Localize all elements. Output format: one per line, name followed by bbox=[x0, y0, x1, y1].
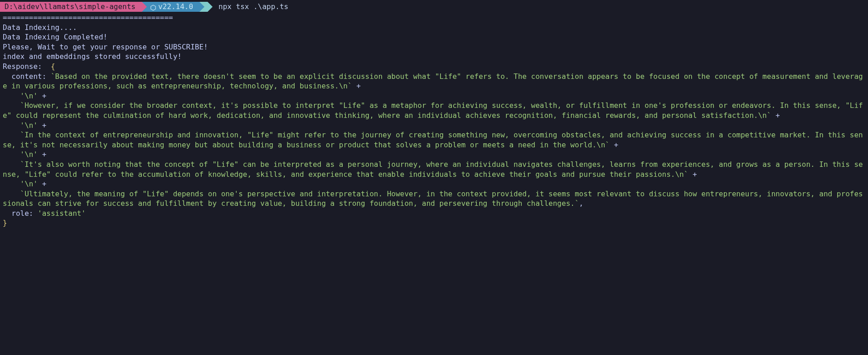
newline-literal: '\n' bbox=[3, 92, 38, 100]
prompt-node-segment: v22.14.0 bbox=[142, 2, 199, 12]
hexagon-icon bbox=[150, 4, 156, 10]
comma: , bbox=[579, 199, 584, 208]
plus-op: + bbox=[771, 111, 780, 120]
prompt-node-version: v22.14.0 bbox=[158, 2, 193, 12]
output-line: Please, Wait to get your response or SUB… bbox=[3, 43, 208, 51]
plus-op: + bbox=[610, 141, 618, 149]
output-line: index and embeddings stored successfully… bbox=[3, 52, 182, 61]
terminal-prompt[interactable]: D:\aidev\llamats\simple-agents v22.14.0 … bbox=[0, 2, 868, 12]
content-segment: `It's also worth noting that the concept… bbox=[3, 160, 863, 179]
newline-literal: '\n' bbox=[3, 180, 38, 188]
response-label: Response: bbox=[3, 62, 51, 71]
output-line: Data Indexing Completed! bbox=[3, 33, 107, 41]
command-text: npx tsx .\app.ts bbox=[218, 2, 288, 12]
content-segment: `In the context of entrepreneurship and … bbox=[3, 131, 863, 149]
prompt-path-text: D:\aidev\llamats\simple-agents bbox=[5, 2, 136, 12]
content-segment: `Ultimately, the meaning of "Life" depen… bbox=[3, 190, 863, 208]
terminal-output[interactable]: ======================================= … bbox=[0, 13, 868, 228]
content-segment: `However, if we consider the broader con… bbox=[3, 101, 863, 120]
role-key: role: bbox=[3, 209, 38, 218]
prompt-path-segment: D:\aidev\llamats\simple-agents bbox=[0, 2, 142, 12]
plus-op: + bbox=[38, 180, 46, 188]
plus-op: + bbox=[38, 150, 46, 159]
output-line: Data Indexing.... bbox=[3, 23, 77, 32]
newline-literal: '\n' bbox=[3, 121, 38, 130]
newline-literal: '\n' bbox=[3, 150, 38, 159]
plus-op: + bbox=[38, 121, 46, 130]
plus-op: + bbox=[688, 170, 697, 179]
brace: } bbox=[3, 219, 7, 227]
content-segment: `Based on the provided text, there doesn… bbox=[3, 72, 863, 91]
plus-op: + bbox=[38, 92, 46, 100]
brace: { bbox=[51, 62, 55, 71]
plus-op: + bbox=[352, 82, 361, 90]
role-value: 'assistant' bbox=[38, 209, 86, 218]
content-key: content: bbox=[3, 72, 51, 81]
divider-line: ======================================= bbox=[3, 13, 173, 22]
